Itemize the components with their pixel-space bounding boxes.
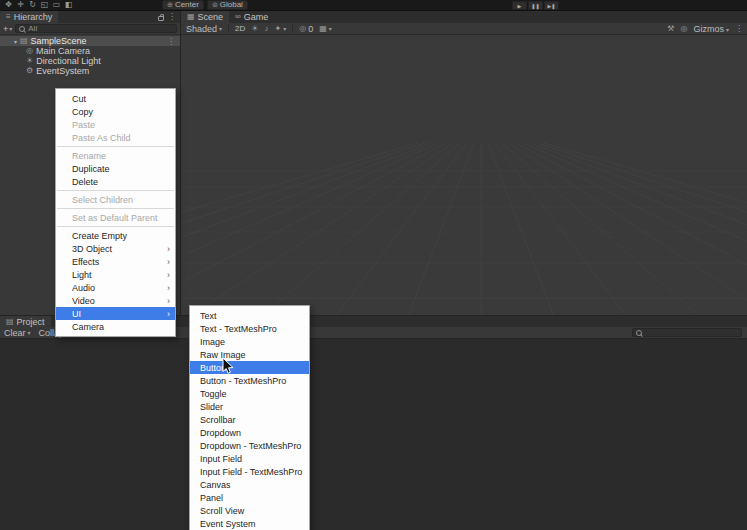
submenu-arrow-icon: › [167, 309, 170, 319]
scene-toolbar: Shaded ▾ 2D ☀ ♪ ✦ ▾ ◎ 0 ▦ ▾ ⚒ ◎ [181, 23, 747, 35]
pivot-toggle-button[interactable]: ⊕ Center [162, 0, 204, 10]
menu-item-label: Audio [72, 283, 95, 293]
hierarchy-search-input[interactable]: All [15, 24, 177, 33]
visibility-toggle[interactable]: ◎ 0 [299, 24, 313, 34]
folder-icon: ▤ [6, 317, 14, 327]
context-menu-item-copy[interactable]: Copy [56, 105, 175, 118]
pivot-controls: ⊕ Center ⊚ Global [162, 0, 248, 10]
camera-preview-icon[interactable]: ◎ [680, 24, 687, 34]
audio-toggle-icon[interactable]: ♪ [264, 24, 268, 34]
pause-icon: ❚❚ [531, 3, 539, 9]
menu-item-label: Cut [72, 94, 86, 104]
ui-submenu-item-text-textmeshpro[interactable]: Text - TextMeshPro [190, 322, 309, 335]
context-menu-item-3d-object[interactable]: 3D Object› [56, 242, 175, 255]
ui-submenu-item-scrollbar[interactable]: Scrollbar [190, 413, 309, 426]
scene-viewport[interactable] [181, 35, 747, 315]
main-toolbar: ✥✛↻◱▭◧ ⊕ Center ⊚ Global ▶❚❚▶❚ [0, 0, 747, 11]
pause-button[interactable]: ❚❚ [528, 1, 543, 10]
menu-separator [57, 190, 174, 191]
ui-submenu-item-input-field-textmeshpro[interactable]: Input Field - TextMeshPro [190, 465, 309, 478]
tab-scene[interactable]: ▦ Scene [181, 11, 229, 23]
ui-submenu-item-toggle[interactable]: Toggle [190, 387, 309, 400]
context-menu-item-duplicate[interactable]: Duplicate [56, 162, 175, 175]
rect-tool-button[interactable]: ▭ [51, 0, 62, 10]
draw-mode-label: Shaded [186, 24, 217, 34]
scene-icon: ▤ [20, 36, 28, 46]
tab-project[interactable]: ▤ Project [0, 316, 51, 327]
context-menu-item-audio[interactable]: Audio› [56, 281, 175, 294]
hierarchy-title: Hierarchy [14, 12, 53, 22]
plus-icon: + [3, 24, 8, 34]
menu-item-label: Slider [200, 402, 223, 412]
tool-settings-icon[interactable]: ⚒ [667, 24, 674, 34]
hierarchy-item-main-camera[interactable]: ◎Main Camera [0, 46, 180, 56]
menu-item-label: Event System [200, 519, 256, 529]
light-icon: ☀ [26, 56, 33, 66]
ui-submenu-item-canvas[interactable]: Canvas [190, 478, 309, 491]
kebab-menu-icon[interactable]: ⋮ [735, 24, 743, 34]
context-menu-item-video[interactable]: Video› [56, 294, 175, 307]
step-button[interactable]: ▶❚ [544, 1, 559, 10]
ui-submenu-item-slider[interactable]: Slider [190, 400, 309, 413]
ui-submenu-item-panel[interactable]: Panel [190, 491, 309, 504]
context-menu-item-effects[interactable]: Effects› [56, 255, 175, 268]
menu-item-label: Panel [200, 493, 223, 503]
draw-mode-dropdown[interactable]: Shaded ▾ [186, 24, 222, 34]
ui-submenu-item-image[interactable]: Image [190, 335, 309, 348]
lighting-toggle-icon[interactable]: ☀ [251, 24, 258, 34]
menu-item-label: Copy [72, 107, 93, 117]
context-menu-item-create-empty[interactable]: Create Empty [56, 229, 175, 242]
transform-tool-button[interactable]: ◧ [63, 0, 74, 10]
menu-item-label: Button - TextMeshPro [200, 376, 286, 386]
effects-dropdown[interactable]: ✦ ▾ [274, 24, 286, 34]
kebab-menu-icon[interactable]: ⋮ [168, 12, 176, 22]
ui-submenu: TextText - TextMeshProImageRaw ImageButt… [189, 305, 310, 530]
context-menu-item-select-children: Select Children [56, 193, 175, 206]
hand-tool-button[interactable]: ✥ [3, 0, 14, 10]
ui-submenu-item-button-textmeshpro[interactable]: Button - TextMeshPro [190, 374, 309, 387]
create-object-button[interactable]: + ▾ [3, 24, 12, 34]
hand-tool-icon: ✥ [5, 0, 12, 10]
context-menu-item-camera[interactable]: Camera [56, 320, 175, 333]
submenu-arrow-icon: › [167, 270, 170, 280]
scene-tab-icon: ▦ [187, 12, 195, 22]
menu-item-label: Rename [72, 151, 106, 161]
ui-submenu-item-text[interactable]: Text [190, 309, 309, 322]
rotate-tool-button[interactable]: ↻ [27, 0, 38, 10]
context-menu-item-cut[interactable]: Cut [56, 92, 175, 105]
chevron-down-icon: ▾ [219, 25, 222, 32]
ui-submenu-item-raw-image[interactable]: Raw Image [190, 348, 309, 361]
ui-submenu-item-dropdown-textmeshpro[interactable]: Dropdown - TextMeshPro [190, 439, 309, 452]
tab-hierarchy[interactable]: ≡ Hierarchy [0, 11, 58, 23]
context-menu-item-ui[interactable]: UI› [56, 307, 175, 320]
ui-submenu-item-event-system[interactable]: Event System [190, 517, 309, 530]
hierarchy-item-samplescene[interactable]: ▾ ▤ SampleScene ⋮ [0, 36, 180, 46]
move-tool-button[interactable]: ✛ [15, 0, 26, 10]
hierarchy-item-eventsystem[interactable]: ⚙EventSystem [0, 66, 180, 76]
foldout-icon[interactable]: ▾ [14, 38, 17, 45]
tab-game[interactable]: ∞ Game [229, 11, 274, 23]
transform-tool-icon: ◧ [65, 0, 73, 10]
hierarchy-item-directional-light[interactable]: ☀Directional Light [0, 56, 180, 66]
search-icon [636, 330, 642, 336]
menu-item-label: Select Children [72, 195, 133, 205]
gizmos-dropdown[interactable]: Gizmos ▾ [693, 24, 729, 34]
scale-tool-button[interactable]: ◱ [39, 0, 50, 10]
orientation-toggle-button[interactable]: ⊚ Global [207, 0, 248, 10]
kebab-menu-icon[interactable]: ⋮ [167, 37, 175, 46]
scene-tabbar: ▦ Scene ∞ Game [181, 11, 747, 23]
console-search-input[interactable] [632, 328, 742, 337]
lock-icon[interactable] [158, 16, 164, 21]
clear-button[interactable]: Clear ▾ [4, 328, 31, 338]
ui-submenu-item-dropdown[interactable]: Dropdown [190, 426, 309, 439]
scale-tool-icon: ◱ [41, 0, 49, 10]
ui-submenu-item-scroll-view[interactable]: Scroll View [190, 504, 309, 517]
2d-toggle-button[interactable]: 2D [235, 24, 245, 33]
ui-submenu-item-button[interactable]: Button [190, 361, 309, 374]
ui-submenu-item-input-field[interactable]: Input Field [190, 452, 309, 465]
menu-item-label: Input Field [200, 454, 242, 464]
context-menu-item-light[interactable]: Light› [56, 268, 175, 281]
play-button[interactable]: ▶ [512, 1, 527, 10]
grid-dropdown[interactable]: ▦ ▾ [319, 24, 332, 34]
context-menu-item-delete[interactable]: Delete [56, 175, 175, 188]
